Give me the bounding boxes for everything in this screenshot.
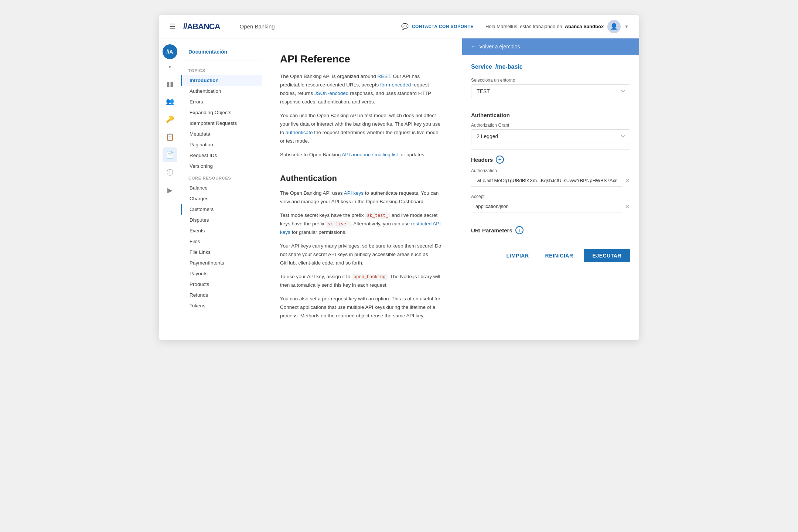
accept-field-section: Accept ✕ <box>471 194 630 212</box>
env-select[interactable]: TEST LIVE <box>471 84 630 98</box>
intro-p3: Subscribe to Open Banking API announce m… <box>280 151 444 159</box>
headers-title: Headers <box>471 157 493 163</box>
nav-item-request-ids[interactable]: Request IDs <box>181 150 262 161</box>
nav-item-payouts[interactable]: Payouts <box>181 268 262 279</box>
nav-item-files[interactable]: Files <box>181 236 262 247</box>
authorization-input[interactable] <box>471 175 622 187</box>
auth-p5: You can also set a per-request key with … <box>280 295 444 320</box>
authorization-field-label: Authorization <box>471 168 630 173</box>
sidebar-icon-dashboard[interactable]: ▮▮ <box>163 76 177 91</box>
authorization-field-section: Authorization ✕ <box>471 168 630 187</box>
auth-section-title: Authentication <box>471 112 510 118</box>
nav-item-disputes[interactable]: Disputes <box>181 215 262 225</box>
service-label: Service /me-basic <box>471 64 630 70</box>
limpiar-button[interactable]: LIMPIAR <box>500 249 535 262</box>
brand-dropdown-icon[interactable]: ▼ <box>168 65 172 69</box>
nav-item-charges[interactable]: Charges <box>181 193 262 204</box>
logo-area: //ABANCA Open Banking <box>183 22 275 31</box>
api-announce-link[interactable]: API announce mailing list <box>342 152 398 157</box>
right-panel-body: Service /me-basic Selecciona un entorno … <box>462 55 639 340</box>
sk-live-code: sk_live_ <box>326 221 351 228</box>
sidebar-icon-docs-active[interactable]: 📄 <box>163 147 177 162</box>
sidebar-icon-document[interactable]: 📋 <box>163 130 177 144</box>
back-to-examples-button[interactable]: ← Volver a ejemplos <box>462 38 639 55</box>
menu-icon[interactable]: ☰ <box>169 22 176 31</box>
sidebar-icon-users[interactable]: 👥 <box>163 94 177 109</box>
right-panel: ← Volver a ejemplos Service /me-basic Se… <box>462 38 639 340</box>
nav-item-authentication[interactable]: Authentication <box>181 86 262 96</box>
icon-sidebar: //A ▼ ▮▮ 👥 🔑 📋 📄 ⓘ ▶ <box>159 38 181 340</box>
main-body: //A ▼ ▮▮ 👥 🔑 📋 📄 ⓘ ▶ Documentación TOPIC… <box>159 38 639 340</box>
add-uri-param-button[interactable]: + <box>515 226 524 234</box>
env-label: Selecciona un entorno <box>471 78 630 83</box>
content-area: API Reference The Open Banking API is or… <box>262 38 462 340</box>
divider-2 <box>471 149 630 150</box>
core-resources-section-label: CORE RESOURCES <box>181 171 262 183</box>
nav-item-refunds[interactable]: Refunds <box>181 290 262 300</box>
nav-item-introduction[interactable]: Introduction <box>181 75 262 86</box>
headers-section-header: Headers + <box>471 156 630 164</box>
nav-item-events[interactable]: Events <box>181 225 262 236</box>
topics-section-label: TOPICS <box>181 64 262 75</box>
accept-clear-button[interactable]: ✕ <box>625 202 630 211</box>
authorization-clear-button[interactable]: ✕ <box>625 177 630 185</box>
contact-support-button[interactable]: 💬 CONTACTA CON SOPORTE <box>401 23 474 30</box>
nav-item-pagination[interactable]: Pagination <box>181 139 262 150</box>
restricted-api-keys-link[interactable]: restricted API keys <box>280 221 441 235</box>
auth-title: Authentication <box>280 174 444 183</box>
auth-grant-select[interactable]: 2 Legged 3 Legged <box>471 129 630 143</box>
action-buttons: LIMPIAR REINICIAR EJECUTAR <box>471 243 630 262</box>
app-name: Open Banking <box>240 23 275 30</box>
brand-logo-icon[interactable]: //A <box>163 44 177 59</box>
authenticate-link[interactable]: authenticate <box>286 130 313 135</box>
user-workspace: Abanca Sandbox <box>565 24 604 29</box>
nav-item-file-links[interactable]: File Links <box>181 247 262 258</box>
user-area: Hola Marsellus, estás trabajando en Aban… <box>485 20 629 33</box>
nav-item-versioning[interactable]: Versioning <box>181 161 262 171</box>
auth-p1: The Open Banking API uses API keys to au… <box>280 189 444 206</box>
accept-input[interactable] <box>471 201 622 212</box>
sidebar-icon-key[interactable]: 🔑 <box>163 112 177 127</box>
auth-grant-section: Authorization Grant 2 Legged 3 Legged <box>471 123 630 143</box>
accept-input-row: ✕ <box>471 201 630 212</box>
accept-field-label: Accept <box>471 194 630 199</box>
uri-params-title: URI Parameters <box>471 227 512 233</box>
form-encoded-link[interactable]: form-encoded <box>380 82 411 88</box>
ejecutar-button[interactable]: EJECUTAR <box>584 249 630 262</box>
nav-sidebar-header: Documentación <box>181 46 262 61</box>
nav-item-customers[interactable]: Customers <box>181 204 262 215</box>
auth-p2: Test mode secret keys have the prefix sk… <box>280 211 444 237</box>
auth-section-header: Authentication <box>471 112 630 118</box>
nav-item-expanding-objects[interactable]: Expanding Objects <box>181 107 262 118</box>
page-title: API Reference <box>280 53 444 65</box>
sidebar-icon-play[interactable]: ▶ <box>163 183 177 198</box>
sidebar-icon-info[interactable]: ⓘ <box>163 165 177 180</box>
service-path: /me-basic <box>495 64 523 70</box>
nav-item-products[interactable]: Products <box>181 279 262 290</box>
nav-item-balance[interactable]: Balance <box>181 183 262 193</box>
nav-item-errors[interactable]: Errors <box>181 96 262 107</box>
user-dropdown-arrow[interactable]: ▼ <box>624 24 629 29</box>
avatar: 👤 <box>607 20 621 33</box>
nav-item-idempotent-requests[interactable]: Idempotent Requests <box>181 118 262 129</box>
api-keys-link[interactable]: API keys <box>344 190 364 196</box>
nav-item-metadata[interactable]: Metadata <box>181 129 262 139</box>
authorization-input-row: ✕ <box>471 175 630 187</box>
reiniciar-button[interactable]: REINICIAR <box>539 249 579 262</box>
sk-test-code: sk_test_ <box>365 212 390 219</box>
chat-icon: 💬 <box>401 23 409 30</box>
nav-item-payment-intents[interactable]: PaymentIntents <box>181 258 262 268</box>
divider-1 <box>471 106 630 106</box>
divider-3 <box>471 220 630 220</box>
nav-item-tokens[interactable]: Tokens <box>181 300 262 311</box>
intro-p1: The Open Banking API is organized around… <box>280 72 444 106</box>
rest-link[interactable]: REST <box>377 74 390 79</box>
auth-grant-label: Authorization Grant <box>471 123 630 128</box>
add-header-button[interactable]: + <box>496 156 504 164</box>
env-section: Selecciona un entorno TEST LIVE <box>471 78 630 98</box>
top-nav: ☰ //ABANCA Open Banking 💬 CONTACTA CON S… <box>159 15 639 38</box>
json-encoded-link[interactable]: JSON-encoded <box>314 91 348 96</box>
back-label: Volver a ejemplos <box>479 44 520 50</box>
contact-support-label: CONTACTA CON SOPORTE <box>412 24 474 29</box>
auth-p4: To use your API key, assign it to open_b… <box>280 273 444 290</box>
